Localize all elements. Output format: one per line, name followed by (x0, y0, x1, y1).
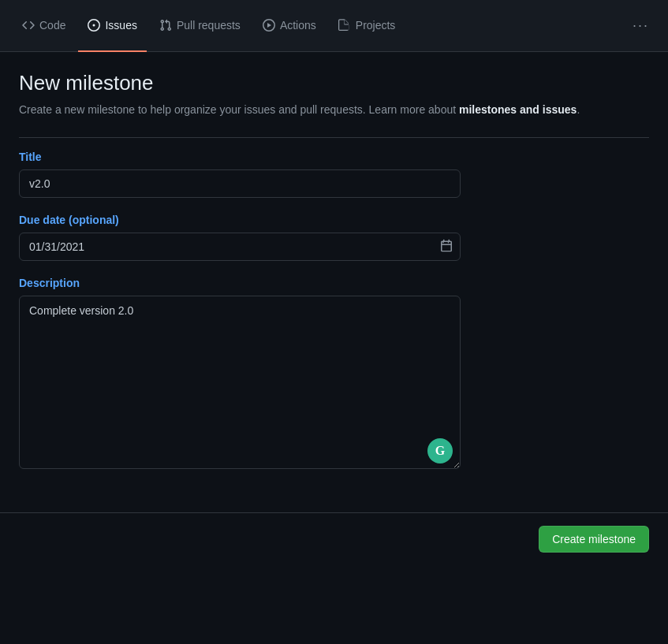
page-title: New milestone (19, 71, 649, 95)
due-date-label: Due date (optional) (19, 214, 649, 226)
title-form-group: Title (19, 151, 649, 198)
nav-bar: Code Issues Pull requests Actions (0, 0, 668, 52)
nav-item-actions-label: Actions (280, 19, 316, 32)
nav-item-code[interactable]: Code (13, 0, 75, 52)
description-form-group: Description Complete version 2.0 G (19, 277, 649, 471)
title-label: Title (19, 151, 649, 163)
bottom-action-bar: Create milestone (0, 512, 668, 565)
description-textarea[interactable]: Complete version 2.0 (19, 296, 461, 469)
nav-item-projects-label: Projects (356, 19, 396, 32)
page-description-start: Create a new milestone to help organize … (19, 103, 459, 116)
page-description: Create a new milestone to help organize … (19, 102, 649, 118)
nav-item-pull-requests-label: Pull requests (177, 19, 241, 32)
due-date-input[interactable] (19, 233, 461, 261)
nav-item-projects[interactable]: Projects (329, 0, 405, 52)
nav-item-issues-label: Issues (105, 19, 136, 32)
nav-item-actions[interactable]: Actions (253, 0, 326, 52)
form-divider (19, 137, 649, 138)
issue-icon (88, 19, 100, 32)
actions-icon (263, 19, 275, 32)
description-wrapper: Complete version 2.0 G (19, 296, 461, 471)
due-date-wrapper (19, 233, 461, 261)
milestones-link[interactable]: milestones and issues (459, 103, 577, 116)
page-description-end: . (577, 103, 580, 116)
code-icon (22, 19, 35, 32)
create-milestone-button[interactable]: Create milestone (539, 526, 649, 553)
main-content: New milestone Create a new milestone to … (0, 52, 668, 506)
projects-icon (338, 19, 351, 32)
pull-request-icon (159, 19, 172, 32)
nav-item-pull-requests[interactable]: Pull requests (150, 0, 250, 52)
grammarly-button[interactable]: G (427, 438, 453, 463)
nav-more-button[interactable]: ··· (626, 11, 655, 40)
nav-item-issues[interactable]: Issues (78, 0, 146, 52)
title-input[interactable] (19, 169, 461, 198)
due-date-form-group: Due date (optional) (19, 214, 649, 261)
description-label: Description (19, 277, 649, 289)
nav-item-code-label: Code (39, 19, 65, 32)
